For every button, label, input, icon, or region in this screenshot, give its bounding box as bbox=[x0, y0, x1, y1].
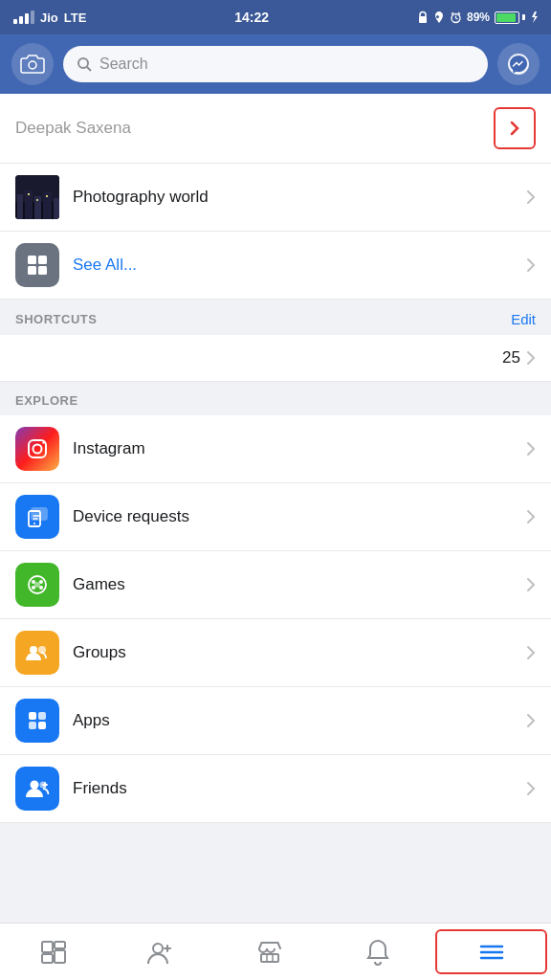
apps-label: Apps bbox=[73, 711, 513, 730]
time-label: 14:22 bbox=[234, 10, 269, 25]
chevron-icon bbox=[526, 645, 536, 660]
svg-rect-13 bbox=[28, 193, 30, 195]
status-right: 89% bbox=[417, 11, 538, 24]
svg-rect-43 bbox=[55, 950, 65, 963]
svg-rect-17 bbox=[38, 256, 47, 264]
location-icon bbox=[433, 11, 445, 24]
list-item-friends[interactable]: Friends bbox=[0, 755, 551, 823]
svg-rect-46 bbox=[267, 954, 273, 962]
tab-friends[interactable] bbox=[108, 924, 216, 980]
list-item-groups[interactable]: Groups bbox=[0, 619, 551, 687]
svg-rect-35 bbox=[38, 712, 46, 720]
chevron-right-icon bbox=[526, 350, 536, 366]
main-content: Deepak Saxena bbox=[0, 94, 551, 923]
svg-point-32 bbox=[30, 646, 37, 654]
signal-icon bbox=[13, 11, 34, 24]
shortcuts-count-row[interactable]: 25 bbox=[0, 335, 551, 382]
network-label: LTE bbox=[64, 11, 87, 25]
notifications-icon bbox=[365, 939, 390, 966]
profile-chevron-button[interactable] bbox=[494, 107, 536, 149]
carrier-label: Jio bbox=[40, 11, 58, 25]
list-item-device-requests[interactable]: Device requests bbox=[0, 483, 551, 551]
explore-title: EXPLORE bbox=[15, 393, 78, 408]
list-item-apps[interactable]: Apps bbox=[0, 687, 551, 755]
status-bar: Jio LTE 14:22 89% bbox=[0, 0, 551, 34]
profile-row[interactable]: Deepak Saxena bbox=[0, 94, 551, 164]
svg-point-27 bbox=[34, 582, 40, 588]
svg-rect-37 bbox=[38, 722, 46, 729]
chevron-icon bbox=[526, 257, 536, 273]
device-requests-icon bbox=[15, 495, 59, 539]
games-label: Games bbox=[73, 575, 513, 594]
list-item-photography-world[interactable]: Photography world bbox=[0, 164, 551, 232]
instagram-icon bbox=[15, 427, 59, 471]
chevron-icon bbox=[526, 781, 536, 796]
svg-rect-15 bbox=[46, 195, 48, 197]
see-all-icon bbox=[15, 243, 59, 287]
svg-point-29 bbox=[39, 580, 43, 584]
svg-rect-12 bbox=[54, 198, 59, 219]
svg-rect-41 bbox=[42, 954, 53, 963]
messenger-button[interactable] bbox=[497, 43, 540, 85]
shortcuts-count: 25 bbox=[502, 348, 536, 368]
svg-point-38 bbox=[31, 781, 39, 790]
tab-marketplace[interactable] bbox=[216, 924, 324, 980]
search-bar[interactable]: Search bbox=[63, 46, 488, 82]
svg-point-3 bbox=[78, 58, 88, 68]
groups-label: Groups bbox=[73, 643, 513, 662]
chevron-icon bbox=[526, 713, 536, 728]
svg-rect-34 bbox=[29, 712, 36, 720]
svg-point-28 bbox=[32, 580, 35, 584]
svg-rect-45 bbox=[261, 954, 278, 962]
camera-icon bbox=[20, 54, 45, 75]
svg-point-2 bbox=[29, 61, 36, 69]
svg-rect-16 bbox=[28, 256, 36, 264]
apps-icon bbox=[15, 699, 59, 743]
svg-rect-42 bbox=[55, 942, 65, 948]
tab-news-feed[interactable] bbox=[0, 924, 108, 980]
see-all-label: See All... bbox=[73, 256, 513, 275]
camera-button[interactable] bbox=[11, 43, 54, 85]
marketplace-icon bbox=[256, 939, 283, 966]
svg-rect-18 bbox=[28, 266, 36, 275]
photography-world-icon bbox=[15, 175, 59, 219]
list-item-see-all[interactable]: See All... bbox=[0, 232, 551, 300]
friends-tab-icon bbox=[146, 940, 177, 965]
charging-icon bbox=[530, 11, 538, 24]
explore-section-header: EXPLORE bbox=[0, 382, 551, 415]
svg-line-4 bbox=[87, 67, 91, 71]
svg-rect-40 bbox=[42, 942, 53, 952]
friends-label: Friends bbox=[73, 779, 513, 798]
chevron-icon bbox=[526, 577, 536, 592]
tab-menu[interactable] bbox=[435, 929, 547, 974]
shortcuts-edit-button[interactable]: Edit bbox=[511, 311, 536, 327]
header: Search bbox=[0, 34, 551, 94]
status-left: Jio LTE bbox=[13, 11, 86, 25]
chevron-icon bbox=[526, 189, 536, 205]
profile-name: Deepak Saxena bbox=[15, 119, 480, 138]
search-icon bbox=[77, 56, 92, 72]
battery-label: 89% bbox=[467, 11, 490, 24]
svg-point-22 bbox=[42, 441, 44, 443]
instagram-label: Instagram bbox=[73, 439, 513, 458]
alarm-icon bbox=[450, 11, 462, 24]
messenger-icon bbox=[506, 52, 531, 77]
svg-rect-0 bbox=[419, 16, 427, 23]
chevron-icon bbox=[526, 441, 536, 457]
list-item-games[interactable]: Games bbox=[0, 551, 551, 619]
friends-icon bbox=[15, 767, 59, 811]
lock-icon bbox=[417, 11, 429, 24]
svg-rect-36 bbox=[29, 722, 36, 729]
battery-icon bbox=[495, 11, 525, 24]
svg-rect-19 bbox=[38, 266, 47, 275]
photography-world-label: Photography world bbox=[73, 188, 513, 207]
shortcuts-section-header: SHORTCUTS Edit bbox=[0, 300, 551, 335]
list-item-instagram[interactable]: Instagram bbox=[0, 415, 551, 483]
tab-notifications[interactable] bbox=[323, 924, 431, 980]
device-requests-label: Device requests bbox=[73, 507, 513, 526]
shortcuts-title: SHORTCUTS bbox=[15, 312, 97, 326]
svg-point-25 bbox=[33, 523, 35, 524]
svg-point-30 bbox=[32, 586, 35, 590]
search-placeholder: Search bbox=[99, 56, 148, 73]
games-icon bbox=[15, 563, 59, 607]
